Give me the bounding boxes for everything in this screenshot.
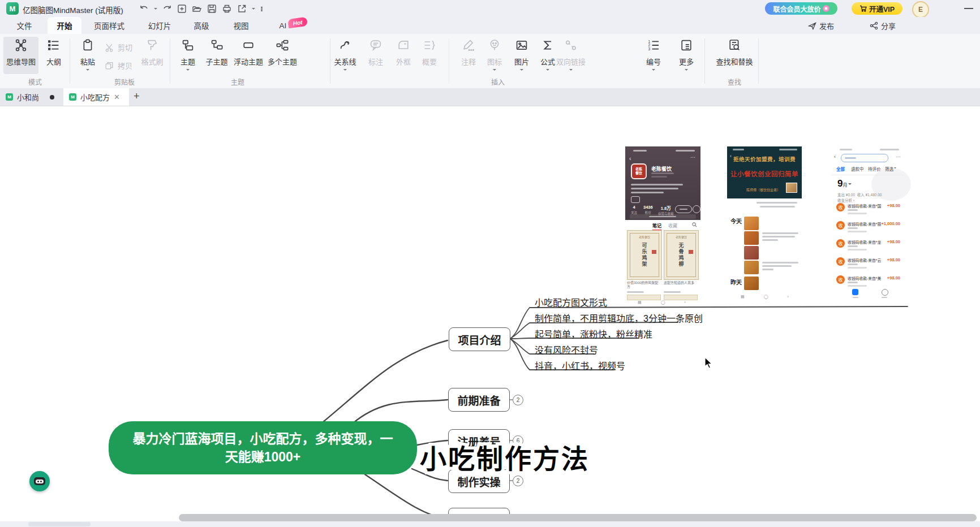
svg-text:3: 3 (648, 47, 650, 51)
paste-dropdown-caret[interactable] (86, 69, 89, 72)
topic-dropdown-caret[interactable] (186, 69, 190, 72)
link-dropdown-caret[interactable] (569, 69, 573, 72)
close-tab-icon[interactable]: ✕ (114, 93, 120, 101)
doc-tab-1-label: 小和尚 (17, 92, 39, 102)
user-avatar[interactable]: E (912, 1, 929, 18)
doc-tab-1[interactable]: M 小和尚 (0, 88, 60, 106)
save-icon[interactable] (207, 4, 217, 14)
share-label: 分享 (881, 20, 896, 31)
outline-mode-button[interactable]: 大纲 (35, 37, 72, 67)
more-button[interactable]: 更多 (668, 37, 705, 72)
promo-headline-2: 让小餐饮创业回归简单 (727, 169, 802, 178)
menu-advanced[interactable]: 高级 (192, 17, 211, 34)
numbering-button[interactable]: 123 编号 (635, 37, 672, 72)
open-file-icon[interactable] (192, 4, 202, 14)
horizontal-scrollbar-thumb[interactable] (179, 514, 977, 521)
topic-icon (181, 37, 195, 52)
share-button[interactable]: 分享 (870, 17, 896, 34)
subtopic-4[interactable]: 没有风险不封号 (535, 343, 598, 356)
new-tab-button[interactable]: + (134, 90, 140, 102)
formula-dropdown-caret[interactable] (546, 69, 549, 72)
publish-button[interactable]: 发布 (808, 17, 834, 34)
menu-home[interactable]: 开始 (48, 17, 81, 34)
food-thumbnail (744, 261, 759, 274)
subtopic-2[interactable]: 制作简单，不用剪辑功底，3分钟一条原创 (535, 311, 703, 325)
app-logo-icon: M (6, 2, 19, 15)
format-painter-button[interactable]: 格式刷 (134, 37, 171, 67)
export-dropdown-caret[interactable] (252, 8, 255, 11)
subtopic-5[interactable]: 抖音，小红书，视频号 (535, 358, 625, 372)
mindmap-mode-button[interactable]: 思维导图 (2, 37, 40, 67)
branch-node-prep[interactable]: 前期准备 (448, 388, 510, 412)
phone-nav-icons: ▤◯‹ (638, 300, 686, 305)
menu-file[interactable]: 文件 (12, 17, 36, 34)
export-icon[interactable] (237, 4, 247, 14)
share-nodes-icon (870, 21, 878, 30)
ai-assistant-button[interactable] (29, 471, 50, 491)
multi-topic-icon (276, 37, 289, 52)
find-replace-icon (728, 37, 741, 52)
menu-view[interactable]: 视图 (231, 17, 251, 34)
cut-icon (104, 42, 114, 53)
back-icon: ‹ (834, 154, 836, 159)
open-vip-button[interactable]: 开通VIP (852, 2, 902, 15)
publish-label: 发布 (819, 20, 834, 31)
multi-topic-button[interactable]: 多个主题 (263, 37, 302, 67)
promo-author: 陈师傅（餐饮创业者） (746, 187, 780, 192)
redo-icon[interactable] (162, 4, 172, 14)
bill-nav-icon (852, 289, 858, 295)
collapse-badge[interactable]: 2 (513, 395, 523, 405)
print-icon[interactable] (222, 4, 232, 14)
bidirectional-link-button[interactable]: 双向链接 (551, 37, 591, 72)
statusbar-strip (0, 521, 980, 527)
branch-node-intro[interactable]: 项目介绍 (449, 327, 510, 351)
collapse-badge[interactable]: 2 (513, 476, 523, 486)
doc-tab-2-active[interactable]: M 小吃配方 ✕ (63, 88, 129, 106)
summary-icon (423, 37, 436, 52)
menu-page-style[interactable]: 页面样式 (92, 17, 126, 34)
subtopic-3[interactable]: 起号简单，涨粉快，粉丝精准 (535, 327, 652, 340)
tab-favorites: 收藏 (668, 222, 677, 228)
video-caption-overlay: 小吃制作方法 小吃制作方法 (420, 437, 590, 476)
subtopic-1[interactable]: 小吃配方图文形式 (535, 295, 607, 309)
profile-avatar: 老陈 餐饮 (631, 163, 647, 179)
summary-button[interactable]: 概要 (411, 37, 448, 67)
paste-button[interactable]: 粘贴 (69, 37, 106, 72)
minimize-button[interactable] (964, 8, 973, 9)
more-toolbar-icon[interactable]: ⁝ (260, 5, 263, 13)
group-label-mode: 模式 (12, 77, 58, 87)
stat-fans: 3436粉丝 (643, 205, 653, 215)
recipe-card-2: 老陈餐饮 无骨鸡柳 (664, 230, 699, 280)
screenshot-promo-page: ‹ 拒绝天价加盟费，培训费 让小餐饮创业回归简单 陈师傅（餐饮创业者） 今天 (727, 146, 802, 303)
mindmap-canvas[interactable]: ‹ ⋯ 老陈 餐饮 老陈餐饮 4关注 (0, 106, 980, 522)
find-replace-button[interactable]: 查找和替换 (709, 37, 760, 67)
next-card-strip (627, 295, 661, 300)
central-topic-node[interactable]: 暴力冷门蓝海项目，小吃配方，多种变现，一 天能赚1000+ (109, 421, 417, 474)
titlebar: M 亿图脑图MindMaster (试用版) ⁝ 联合会员大放价 开通VIP E (0, 0, 980, 17)
undo-dropdown-caret[interactable] (154, 8, 157, 11)
paste-icon (81, 37, 94, 52)
screenshot-profile-page: ‹ ⋯ 老陈 餐饮 老陈餐饮 4关注 (625, 146, 700, 305)
profile-action-circle (693, 205, 700, 213)
member-promo-badge[interactable]: 联合会员大放价 (765, 2, 837, 15)
numbering-dropdown-caret[interactable] (652, 69, 655, 72)
search-box (841, 154, 888, 162)
month-caret-icon (848, 183, 852, 187)
new-file-icon[interactable] (177, 4, 187, 14)
menu-slideshow[interactable]: 幻灯片 (146, 17, 173, 34)
doc-tab-2-label: 小吃配方 (80, 92, 110, 102)
more-dropdown-caret[interactable] (685, 69, 688, 72)
tab-notes: 笔记 (652, 222, 661, 231)
red-seal-icon (652, 250, 656, 254)
relationship-dropdown-caret[interactable] (343, 69, 347, 72)
yesterday-label: 昨天 (730, 278, 742, 286)
cut-button[interactable]: 剪切 (104, 42, 132, 53)
copy-button[interactable]: 拷贝 (104, 60, 132, 71)
picture-dropdown-caret[interactable] (520, 69, 523, 72)
icon-dropdown-caret[interactable] (493, 69, 496, 72)
menu-ai[interactable]: AI (276, 17, 290, 34)
group-label-topic: 主题 (215, 77, 260, 87)
smiley-pin-icon (488, 37, 501, 52)
undo-icon[interactable] (139, 4, 149, 14)
banner-strip (630, 214, 696, 219)
